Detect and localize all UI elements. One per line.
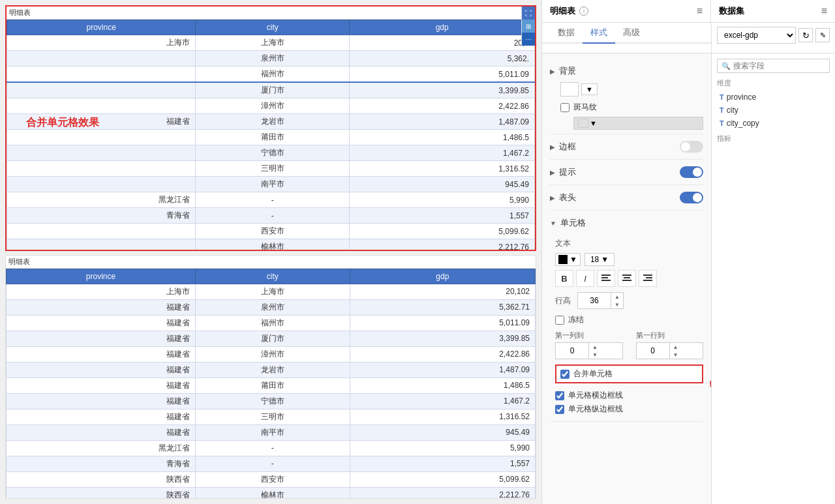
- table-row: 福建省宁德市1,467.2: [7, 393, 536, 409]
- table-row: 厦门市3,399.85: [7, 82, 535, 98]
- zebra-color-btn[interactable]: ▼: [573, 117, 703, 130]
- accordion-tooltip-header[interactable]: ▶ 提示: [550, 164, 703, 181]
- dataset-menu-lines-icon: ≡: [821, 5, 827, 16]
- align-center-button[interactable]: [618, 270, 636, 287]
- svg-rect-2: [601, 280, 611, 281]
- text-section-label: 文本: [555, 238, 703, 249]
- freeze-checkbox[interactable]: [555, 316, 564, 325]
- table-row: 福建省泉州市5,362.71: [7, 299, 536, 315]
- info-icon[interactable]: i: [579, 7, 588, 16]
- table1-scroll[interactable]: province city gdp 上海市上海市20,1 泉州市5,362. 福…: [7, 20, 535, 251]
- accordion-tooltip: ▶ 提示: [550, 160, 703, 185]
- merge-cell-wrapper: 合并单元格 ➜: [555, 364, 703, 387]
- align-left-button[interactable]: [597, 270, 615, 287]
- first-col-item: 第一列到 ▲ ▼: [555, 331, 623, 359]
- table-row: 福建省龙岩市1,487.09: [7, 114, 535, 130]
- tooltip-toggle[interactable]: [680, 166, 703, 178]
- red-arrow-icon: ➜: [703, 373, 711, 398]
- background-content: ▼ 斑马纹 ▼: [550, 80, 703, 130]
- table-grid-icon[interactable]: ⊞: [522, 20, 535, 33]
- text-format-row: ▼ 18 ▼: [555, 253, 703, 266]
- table-row: 上海市上海市20,1: [7, 35, 535, 51]
- tab-style[interactable]: 样式: [583, 23, 615, 44]
- detail-title: 明细表: [550, 5, 575, 17]
- dataset-source-select[interactable]: excel-gdp: [717, 27, 796, 44]
- first-col-down[interactable]: ▼: [589, 351, 601, 359]
- more-icon[interactable]: ⋯: [522, 33, 535, 46]
- left-panel: 明细表 ⛶ ⊞ ⋯ 合并单元格效果 province city gdp 上海市上…: [0, 0, 541, 504]
- border-toggle[interactable]: [680, 141, 703, 153]
- table1-container: 明细表 ⛶ ⊞ ⋯ 合并单元格效果 province city gdp 上海市上…: [5, 5, 536, 251]
- table-row: 青海省-1,557: [7, 456, 536, 471]
- col2-city: city: [196, 269, 350, 284]
- font-size-value: 18: [590, 255, 599, 264]
- bg-color-box[interactable]: [560, 82, 579, 96]
- zebra-label: 斑马纹: [573, 102, 597, 113]
- table-row: 上海市上海市20,102: [7, 284, 536, 299]
- row-height-input[interactable]: [578, 293, 611, 308]
- cell-content: 文本 ▼ 18 ▼ B: [550, 231, 703, 415]
- cell-border-h-label: 单元格横边框线: [568, 390, 623, 401]
- tab-advanced[interactable]: 高级: [615, 23, 648, 44]
- first-row-up[interactable]: ▲: [670, 343, 682, 351]
- dataset-menu-icon[interactable]: ≡: [821, 5, 827, 17]
- table-row: 福建省龙岩市1,487.09: [7, 362, 536, 378]
- text-color-dot: [558, 255, 568, 264]
- cell-border-v-checkbox[interactable]: [555, 405, 564, 414]
- arrow-right-icon: ▶: [550, 68, 555, 75]
- text-color-arrow: ▼: [569, 255, 577, 264]
- align-right-button[interactable]: [639, 270, 657, 287]
- first-row-input[interactable]: [637, 344, 669, 358]
- bg-color-dropdown[interactable]: ▼: [581, 83, 598, 95]
- table-row: 福建省福州市5,011.09: [7, 315, 536, 331]
- text-color-dropdown[interactable]: ▼: [555, 253, 581, 266]
- font-size-dropdown[interactable]: 18 ▼: [584, 253, 615, 266]
- field-province[interactable]: T province: [717, 91, 830, 104]
- zebra-color-row: ▼: [573, 117, 703, 130]
- table-row: 福建省三明市1,316.52: [7, 409, 536, 424]
- accordion-border-header[interactable]: ▶ 边框: [550, 138, 703, 155]
- detail-header: 明细表 i ≡: [542, 0, 711, 22]
- first-col-input[interactable]: [556, 344, 588, 358]
- table1-icons: ⛶ ⊞ ⋯: [521, 7, 535, 46]
- table-row: 三明市1,316.52: [7, 161, 535, 177]
- bold-button[interactable]: B: [555, 270, 573, 287]
- field-search-input[interactable]: [733, 61, 831, 70]
- table-row: 陕西省西安市5,099.62: [7, 471, 536, 487]
- svg-rect-1: [601, 277, 608, 278]
- table-row: 榆林市2,212.76: [7, 239, 535, 251]
- refresh-button[interactable]: ↻: [798, 28, 813, 42]
- header-toggle[interactable]: [680, 192, 703, 203]
- merge-cell-label: 合并单元格: [573, 368, 613, 379]
- svg-rect-5: [622, 280, 631, 281]
- accordion-header: ▶ 表头: [550, 185, 703, 211]
- field-city[interactable]: T city: [717, 104, 830, 117]
- field-city-copy[interactable]: T city_copy: [717, 117, 830, 130]
- zebra-checkbox[interactable]: [560, 103, 569, 112]
- table2-scroll[interactable]: province city gdp 上海市上海市20,102 福建省泉州市5,3…: [6, 269, 536, 499]
- top-header: 明细表 i ≡ 数据集 ≡: [542, 0, 835, 23]
- table-row: 福建省漳州市2,422.86: [7, 346, 536, 362]
- row-height-down[interactable]: ▼: [611, 301, 623, 308]
- row-height-input-group: ▲ ▼: [577, 292, 624, 309]
- tab-data[interactable]: 数据: [550, 23, 583, 44]
- italic-button[interactable]: I: [576, 270, 594, 287]
- accordion-cell: ▼ 单元格 文本 ▼ 18 ▼: [550, 211, 703, 422]
- merge-cell-checkbox[interactable]: [560, 370, 569, 379]
- edit-button[interactable]: ✎: [815, 28, 830, 42]
- detail-menu-icon[interactable]: ≡: [697, 5, 703, 17]
- row-height-up[interactable]: ▲: [611, 293, 623, 301]
- first-row-down[interactable]: ▼: [670, 351, 682, 359]
- accordion-cell-header[interactable]: ▼ 单元格: [550, 215, 703, 231]
- cell-border-v-row: 单元格纵边框线: [555, 404, 703, 415]
- cell-border-h-checkbox[interactable]: [555, 391, 564, 400]
- svg-rect-6: [643, 274, 652, 276]
- accordion-header-header[interactable]: ▶ 表头: [550, 189, 703, 206]
- table1-label: 明细表: [7, 7, 535, 20]
- first-col-up[interactable]: ▲: [589, 343, 601, 351]
- expand-icon[interactable]: ⛶: [522, 7, 535, 20]
- svg-rect-0: [601, 274, 611, 276]
- svg-rect-3: [622, 274, 631, 276]
- style-panel: ▶ 背景 ▼ 斑马纹 ▼: [542, 53, 711, 504]
- accordion-background-header[interactable]: ▶ 背景: [550, 63, 703, 80]
